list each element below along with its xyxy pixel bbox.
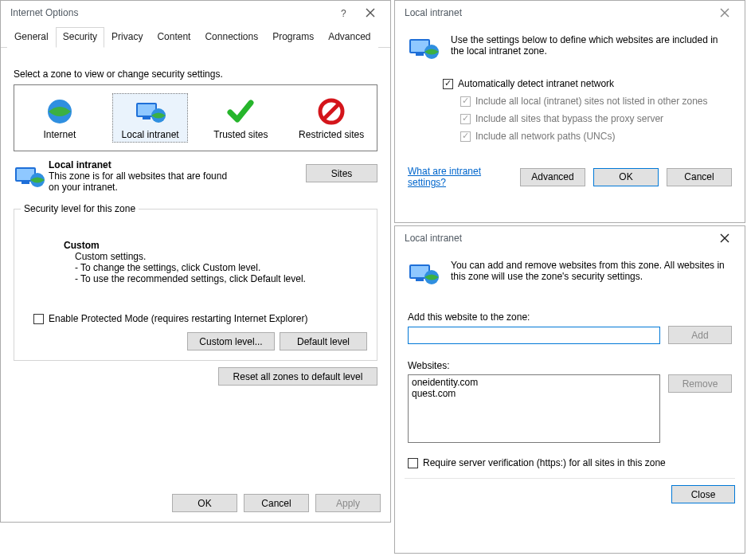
protected-mode-label: Enable Protected Mode (requires restarti… [49, 313, 308, 324]
close-icon[interactable] [711, 228, 738, 249]
websites-listbox[interactable]: oneidentity.com quest.com [408, 374, 660, 443]
tab-general[interactable]: General [7, 27, 56, 48]
add-label: Add this website to the zone: [408, 311, 732, 323]
window-title: Local intranet [405, 233, 711, 244]
svg-rect-13 [22, 182, 29, 184]
require-https-checkbox[interactable] [408, 458, 418, 468]
security-tab-content: Select a zone to view or change security… [1, 48, 390, 395]
level-line1: Custom settings. [75, 251, 367, 262]
tabs: General Security Privacy Content Connect… [1, 26, 390, 48]
tab-programs[interactable]: Programs [265, 27, 321, 48]
titlebar: Local intranet [395, 1, 745, 25]
include-bypass-checkbox [460, 114, 471, 124]
local-intranet-settings-dialog: Local intranet Use the settings below to… [394, 0, 745, 223]
include-local-checkbox [460, 96, 471, 107]
svg-rect-19 [416, 53, 424, 56]
window-title: Local intranet [405, 7, 711, 18]
default-level-button[interactable]: Default level [280, 332, 367, 350]
include-unc-label: Include all network paths (UNCs) [475, 131, 615, 142]
include-local-label: Include all local (intranet) sites not l… [475, 96, 708, 107]
monitor-globe-icon [408, 34, 443, 64]
list-item[interactable]: quest.com [412, 388, 656, 399]
tab-privacy[interactable]: Privacy [104, 27, 150, 48]
tab-advanced[interactable]: Advanced [321, 27, 377, 48]
check-icon [205, 97, 276, 126]
zone-title: Local intranet [49, 159, 298, 170]
add-button[interactable]: Add [668, 326, 732, 344]
security-level-group: Security level for this zone Custom Cust… [14, 209, 377, 361]
sites-button[interactable]: Sites [306, 164, 377, 182]
include-unc-checkbox [460, 131, 471, 142]
ok-button[interactable]: OK [172, 494, 237, 512]
monitor-globe-icon [115, 97, 186, 126]
auto-detect-label: Automatically detect intranet network [458, 78, 614, 89]
titlebar: Internet Options ? [1, 1, 390, 25]
zone-trusted-sites[interactable]: Trusted sites [203, 93, 279, 143]
custom-level-button[interactable]: Custom level... [187, 332, 275, 350]
ok-button[interactable]: OK [593, 168, 659, 186]
cancel-button[interactable]: Cancel [244, 494, 309, 512]
cancel-button[interactable]: Cancel [667, 168, 732, 186]
monitor-globe-icon [14, 159, 49, 193]
help-icon[interactable]: ? [330, 2, 357, 23]
svg-rect-25 [416, 279, 424, 281]
add-website-input[interactable] [408, 327, 660, 344]
no-icon [296, 97, 367, 126]
level-line2: - To change the settings, click Custom l… [75, 262, 367, 273]
internet-options-dialog: Internet Options ? General Security Priv… [0, 0, 391, 523]
advanced-button[interactable]: Advanced [520, 168, 585, 186]
level-heading: Custom [64, 240, 367, 251]
close-button[interactable]: Close [671, 485, 735, 503]
what-are-settings-link[interactable]: What are intranet settings? [408, 166, 504, 188]
websites-label: Websites: [408, 360, 732, 371]
zone-restricted-sites[interactable]: Restricted sites [294, 93, 370, 143]
list-item[interactable]: oneidentity.com [412, 377, 656, 388]
protected-mode-checkbox[interactable] [33, 314, 44, 324]
dialog-desc: You can add and remove websites from thi… [451, 260, 732, 289]
tab-security[interactable]: Security [56, 27, 104, 48]
globe-icon [24, 97, 95, 126]
require-https-label: Require server verification (https:) for… [423, 457, 666, 468]
monitor-globe-icon [408, 260, 443, 289]
apply-button[interactable]: Apply [315, 494, 381, 512]
dialog-desc: Use the settings below to define which w… [451, 34, 732, 64]
reset-zones-button[interactable]: Reset all zones to default level [218, 367, 377, 386]
titlebar: Local intranet [395, 226, 745, 250]
zone-local-intranet[interactable]: Local intranet [112, 93, 188, 143]
include-bypass-label: Include all sites that bypass the proxy … [475, 113, 663, 124]
zone-desc: This zone is for all websites that are f… [49, 170, 232, 193]
zone-list: Internet Local intranet Trusted sites Re… [14, 84, 377, 151]
zone-prompt: Select a zone to view or change security… [14, 69, 377, 80]
svg-text:?: ? [341, 8, 346, 19]
close-icon[interactable] [711, 2, 738, 23]
tab-content[interactable]: Content [150, 27, 198, 48]
svg-rect-7 [143, 117, 151, 119]
svg-line-10 [323, 104, 339, 119]
close-icon[interactable] [357, 2, 384, 23]
tab-connections[interactable]: Connections [198, 27, 265, 48]
security-level-legend: Security level for this zone [21, 203, 139, 214]
zone-description: Local intranet This zone is for all webs… [14, 159, 377, 193]
local-intranet-add-dialog: Local intranet You can add and remove we… [394, 225, 745, 554]
window-title: Internet Options [10, 7, 330, 18]
remove-button[interactable]: Remove [668, 374, 732, 393]
auto-detect-checkbox[interactable] [443, 79, 453, 89]
level-line3: - To use the recommended settings, click… [75, 273, 367, 284]
zone-internet[interactable]: Internet [22, 93, 97, 143]
